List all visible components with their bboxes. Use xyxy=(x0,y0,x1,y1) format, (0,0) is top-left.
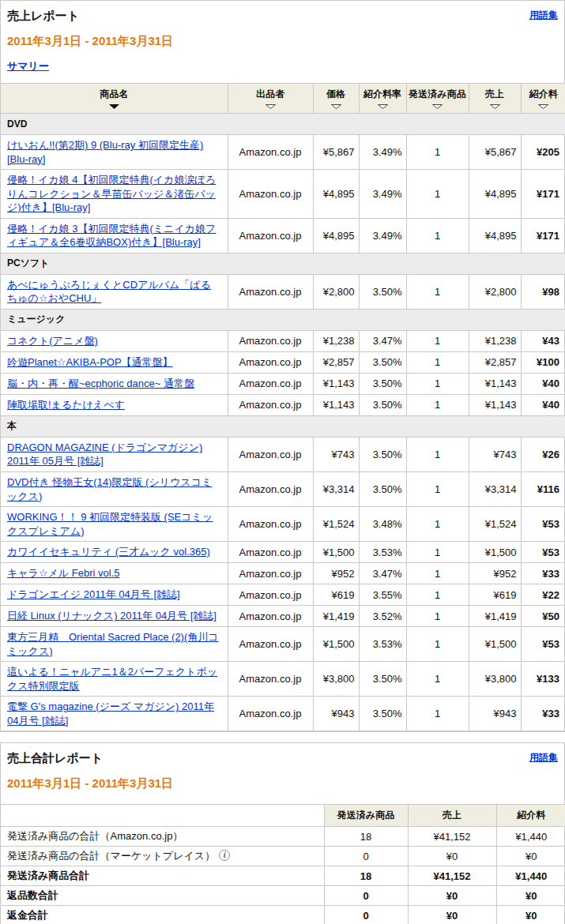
referral-rate-cell: 3.50% xyxy=(359,697,406,731)
column-header-4[interactable]: 紹介料率 xyxy=(359,84,406,114)
totals-row-label: 発送済み商品合計 xyxy=(1,866,324,886)
column-header-2[interactable]: 出品者 xyxy=(228,84,313,114)
seller-cell: Amazon.co.jp xyxy=(228,662,313,697)
totals-fee-cell: ¥0 xyxy=(496,906,565,924)
product-title-cell: けいおん!!(第2期) 9 (Blu-ray 初回限定生産) [Blu-ray] xyxy=(1,135,228,170)
product-link[interactable]: コネクト(アニメ盤) xyxy=(7,335,98,347)
totals-report-table: 発送済み商品売上紹介料 発送済み商品の合計（Amazon.co.jp）18¥41… xyxy=(1,804,565,924)
revenue-cell: ¥619 xyxy=(469,584,521,606)
shipped-items-cell: 1 xyxy=(406,542,469,563)
product-link[interactable]: WORKING！！ 9 初回限定特装版 (SEコミックスプレミアム) xyxy=(7,511,213,537)
product-row: 侵略！イカ娘 3【初回限定特典(ミニイカ娘フィギュア＆全6巻収納BOX)付き】[… xyxy=(1,218,565,253)
sort-desc-icon xyxy=(377,103,389,110)
totals-shipped-cell: 18 xyxy=(324,827,408,847)
product-row: 東方三月精 Oriental Sacred Place (2)(角川コミックス)… xyxy=(1,627,565,662)
column-header-1[interactable]: 商品名 xyxy=(1,84,228,114)
referral-rate-cell: 3.50% xyxy=(359,351,406,373)
product-link[interactable]: あべにゅうぷろじぇくとCDアルバム「ぱるちゅの☆おやCHU」 xyxy=(7,279,211,305)
product-link[interactable]: 脳・内・再・醒~ecphoric dance~ 通常盤 xyxy=(7,377,194,389)
product-title-cell: コネクト(アニメ盤) xyxy=(1,330,228,351)
product-title-cell: カワイイセキュリティ (三才ムック vol.365) xyxy=(1,542,228,563)
totals-row: 発送済み商品の合計（Amazon.co.jp）18¥41,152¥1,440 xyxy=(1,827,565,847)
info-icon[interactable]: i xyxy=(219,850,230,861)
glossary-link[interactable]: 用語集 xyxy=(529,9,558,22)
referral-rate-cell: 3.50% xyxy=(359,394,406,415)
product-link[interactable]: ドラゴンエイジ 2011年 04月号 [雑誌] xyxy=(7,588,180,600)
product-link[interactable]: 侵略！イカ娘 4【初回限定特典(イカ娘涙ぽろりんコレクション＆早苗缶バッジ＆渚缶… xyxy=(7,174,216,213)
totals-row-label: 発送済み商品の合計（マーケットプレイス）i xyxy=(1,847,324,866)
category-label: ミュージック xyxy=(1,309,565,330)
product-link[interactable]: カワイイセキュリティ (三才ムック vol.365) xyxy=(7,546,210,558)
revenue-cell: ¥1,143 xyxy=(469,373,521,394)
referral-fee-cell: ¥40 xyxy=(521,373,565,394)
column-header-5[interactable]: 発送済み商品 xyxy=(406,84,469,114)
referral-fee-cell: ¥50 xyxy=(521,606,565,627)
totals-row: 返金合計0¥0¥0 xyxy=(1,906,565,924)
referral-fee-cell: ¥26 xyxy=(521,437,565,471)
price-cell: ¥4,895 xyxy=(313,218,359,253)
seller-cell: Amazon.co.jp xyxy=(228,351,313,373)
column-header-7[interactable]: 紹介料 xyxy=(521,84,565,114)
product-link[interactable]: 東方三月精 Oriental Sacred Place (2)(角川コミックス) xyxy=(7,631,219,657)
product-title-cell: 東方三月精 Oriental Sacred Place (2)(角川コミックス) xyxy=(1,627,228,662)
shipped-items-cell: 1 xyxy=(406,373,469,394)
product-link[interactable]: キャラ☆メル Febri vol.5 xyxy=(7,567,119,579)
product-link[interactable]: 這いよる！ニャルアニ1＆2パーフェクトボックス特別限定版 xyxy=(7,666,217,692)
category-row: 本 xyxy=(1,415,565,437)
sort-desc-icon xyxy=(489,103,501,110)
seller-cell: Amazon.co.jp xyxy=(228,274,313,309)
revenue-cell: ¥5,867 xyxy=(469,135,521,170)
product-link[interactable]: 電撃 G's magazine (ジーズ マガジン) 2011年 04月号 [雑… xyxy=(7,701,214,727)
category-label: DVD xyxy=(1,114,565,135)
product-link[interactable]: けいおん!!(第2期) 9 (Blu-ray 初回限定生産) [Blu-ray] xyxy=(7,139,203,165)
sort-desc-icon xyxy=(330,103,342,110)
totals-row-label: 発送済み商品の合計（Amazon.co.jp） xyxy=(1,827,324,847)
revenue-cell: ¥1,500 xyxy=(469,542,521,563)
product-row: 吟遊Planet☆AKIBA-POP【通常盤】Amazon.co.jp¥2,85… xyxy=(1,351,565,373)
revenue-cell: ¥4,895 xyxy=(469,218,521,253)
price-cell: ¥3,800 xyxy=(313,662,359,697)
revenue-cell: ¥1,238 xyxy=(469,330,521,351)
referral-rate-cell: 3.53% xyxy=(359,542,406,563)
referral-fee-cell: ¥116 xyxy=(521,472,565,507)
referral-rate-cell: 3.47% xyxy=(359,330,406,351)
price-cell: ¥952 xyxy=(313,563,359,584)
referral-fee-cell: ¥53 xyxy=(521,542,565,563)
product-link[interactable]: DVD付き 怪物王女(14)限定版 (シリウスコミックス) xyxy=(7,476,212,502)
column-header-6[interactable]: 売上 xyxy=(469,84,521,114)
price-cell: ¥619 xyxy=(313,584,359,606)
referral-rate-cell: 3.49% xyxy=(359,218,406,253)
shipped-items-cell: 1 xyxy=(406,437,469,471)
column-header-label: 紹介料 xyxy=(529,88,558,100)
shipped-items-cell: 1 xyxy=(406,472,469,507)
product-link[interactable]: 陣取場取!まるたけえべす xyxy=(7,399,125,411)
price-cell: ¥743 xyxy=(313,437,359,471)
totals-fee-cell: ¥0 xyxy=(496,886,565,906)
referral-rate-cell: 3.48% xyxy=(359,507,406,542)
product-row: DRAGON MAGAZINE (ドラゴンマガジン) 2011年 05月号 [雑… xyxy=(1,437,565,471)
summary-link[interactable]: サマリー xyxy=(7,60,49,72)
seller-cell: Amazon.co.jp xyxy=(228,218,313,253)
totals-row: 返品数合計0¥0¥0 xyxy=(1,886,565,906)
product-title-cell: DRAGON MAGAZINE (ドラゴンマガジン) 2011年 05月号 [雑… xyxy=(1,437,228,471)
price-cell: ¥5,867 xyxy=(313,135,359,170)
product-link[interactable]: 侵略！イカ娘 3【初回限定特典(ミニイカ娘フィギュア＆全6巻収納BOX)付き】[… xyxy=(7,223,216,249)
price-cell: ¥2,857 xyxy=(313,351,359,373)
referral-fee-cell: ¥40 xyxy=(521,394,565,415)
column-header-3[interactable]: 価格 xyxy=(313,84,359,114)
seller-cell: Amazon.co.jp xyxy=(228,697,313,731)
totals-shipped-cell: 0 xyxy=(324,847,408,866)
glossary-link[interactable]: 用語集 xyxy=(529,751,558,764)
product-link[interactable]: DRAGON MAGAZINE (ドラゴンマガジン) 2011年 05月号 [雑… xyxy=(7,441,202,468)
seller-cell: Amazon.co.jp xyxy=(228,373,313,394)
shipped-items-cell: 1 xyxy=(406,662,469,697)
product-link[interactable]: 日経 Linux (リナックス) 2011年 04月号 [雑誌] xyxy=(7,610,217,622)
product-title-cell: 侵略！イカ娘 3【初回限定特典(ミニイカ娘フィギュア＆全6巻収納BOX)付き】[… xyxy=(1,218,228,253)
price-cell: ¥2,800 xyxy=(313,274,359,309)
referral-fee-cell: ¥53 xyxy=(521,507,565,542)
revenue-cell: ¥1,143 xyxy=(469,394,521,415)
price-cell: ¥1,500 xyxy=(313,627,359,662)
shipped-items-cell: 1 xyxy=(406,351,469,373)
totals-report-panel: 売上合計レポート 用語集 2011年3月1日 - 2011年3月31日 発送済み… xyxy=(0,742,565,924)
product-link[interactable]: 吟遊Planet☆AKIBA-POP【通常盤】 xyxy=(7,356,173,368)
